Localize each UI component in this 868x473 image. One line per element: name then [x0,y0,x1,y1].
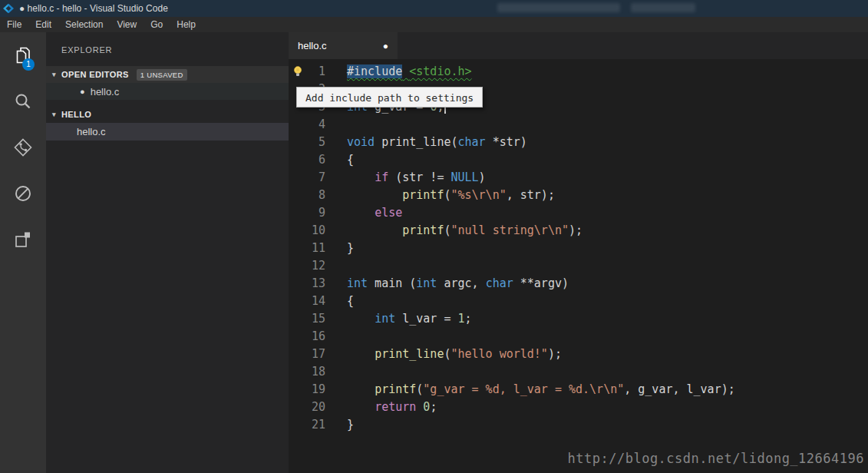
code-token: { [347,153,354,167]
code-editor[interactable]: 1#include <stdio.h>23int g_var = 0;45voi… [289,59,868,473]
debug-icon [13,184,33,203]
code-line[interactable]: 20 return 0; [289,399,868,416]
code-token [347,400,375,414]
code-token: char [486,276,513,290]
tree-item-hello-c[interactable]: hello.c [46,123,289,141]
menu-help[interactable]: Help [170,17,203,32]
code-token: "null string\r\n" [451,223,569,237]
lightbulb-icon[interactable] [292,65,304,78]
code-line[interactable]: 12 [289,257,868,275]
activity-debug[interactable] [0,170,46,217]
code-action-tooltip[interactable]: Add include path to settings [296,87,483,108]
line-number: 5 [289,134,325,151]
code-token: if [375,170,388,184]
line-number: 16 [289,328,325,346]
code-line[interactable]: 7 if (str != NULL) [289,169,868,187]
code-token: print_line( [375,135,457,149]
line-number: 4 [289,116,325,134]
window-title: ● hello.c - hello - Visual Studio Code [19,3,168,14]
code-line[interactable]: 19 printf("g_var = %d, l_var = %d.\r\n",… [289,381,868,399]
code-token: ; [465,312,472,326]
activity-source-control[interactable] [0,124,46,170]
tab-dirty-indicator[interactable]: ● [383,41,388,51]
code-token: else [375,206,402,220]
dirty-indicator: ● [80,87,85,96]
code-line[interactable]: 1#include <stdio.h> [289,63,868,81]
code-token: ); [569,223,583,237]
code-token [347,382,375,396]
activity-bar: 1 [0,32,46,473]
code-token [347,223,402,237]
code-line[interactable]: 6{ [289,151,868,169]
code-line[interactable]: 8 printf("%s\r\n", str); [289,187,868,204]
code-token [347,170,375,184]
code-token: printf [402,223,444,237]
code-token: , str); [507,188,555,202]
code-token: { [347,294,354,308]
code-token: ) [479,170,486,184]
code-token: NULL [451,170,478,184]
line-number: 9 [289,204,325,222]
chevron-down-icon: ▾ [52,111,61,118]
code-token [347,188,402,202]
line-number: 7 [289,169,325,187]
code-token: "%s\r\n" [451,188,506,202]
code-line[interactable]: 14{ [289,293,868,310]
activity-explorer[interactable]: 1 [0,32,46,78]
code-token: (str != [388,170,451,184]
source-control-icon [13,137,33,157]
code-token: } [347,241,354,255]
code-token [347,206,375,220]
section-folder-hello[interactable]: ▾ HELLO [46,106,289,123]
code-token: printf [375,382,416,396]
line-number: 13 [289,275,325,293]
code-token: 1 [458,312,465,326]
vscode-logo-icon [2,2,15,15]
code-token: char [458,135,486,149]
code-token: ( [416,382,423,396]
code-line[interactable]: 17 print_line("hello world!"); [289,346,868,363]
line-number: 12 [289,257,325,275]
line-number: 6 [289,151,325,169]
sidebar-spacer [46,100,289,106]
menu-selection[interactable]: Selection [58,17,110,32]
section-open-editors[interactable]: ▾ OPEN EDITORS 1 UNSAVED [46,66,289,83]
code-line[interactable]: 5void print_line(char *str) [289,134,868,151]
code-line[interactable]: 9 else [289,204,868,222]
code-token: printf [402,188,444,202]
activity-search[interactable] [0,78,46,124]
watermark: http://blog.csdn.net/lidong_12664196 [568,451,864,466]
line-number: 21 [289,416,325,434]
code-token: <stdio.h> [409,64,471,78]
code-token: ); [548,347,562,361]
open-editor-item[interactable]: ● hello.c [46,83,289,100]
code-line[interactable]: 16 [289,328,868,346]
activity-extensions[interactable] [0,217,46,263]
line-number: 18 [289,363,325,381]
code-line[interactable]: 18 [289,363,868,381]
code-lines: 1#include <stdio.h>23int g_var = 0;45voi… [289,63,868,434]
code-line[interactable]: 21} [289,416,868,434]
code-line[interactable]: 15 int l_var = 1; [289,310,868,328]
code-token: return [375,400,416,414]
menu-view[interactable]: View [110,17,144,32]
titlebar: ● hello.c - hello - Visual Studio Code [0,0,868,17]
code-line[interactable]: 11} [289,240,868,257]
menubar: File Edit Selection View Go Help [0,17,868,32]
code-line[interactable]: 10 printf("null string\r\n"); [289,222,868,240]
code-token: main ( [368,276,416,290]
code-line[interactable]: 13int main (int argc, char **argv) [289,275,868,293]
folder-label: HELLO [61,110,91,119]
code-token: int [375,312,395,326]
titlebar-watermark-smudge [497,3,620,12]
code-token: #include [347,64,402,78]
code-token: *str) [486,135,527,149]
tab-hello-c[interactable]: hello.c ● [289,32,398,59]
code-token: "hello world!" [451,347,547,361]
code-line[interactable]: 4 [289,116,868,134]
code-token [416,400,423,414]
menu-edit[interactable]: Edit [28,17,58,32]
file-label: hello.c [91,86,120,98]
menu-file[interactable]: File [0,17,28,32]
menu-go[interactable]: Go [144,17,170,32]
